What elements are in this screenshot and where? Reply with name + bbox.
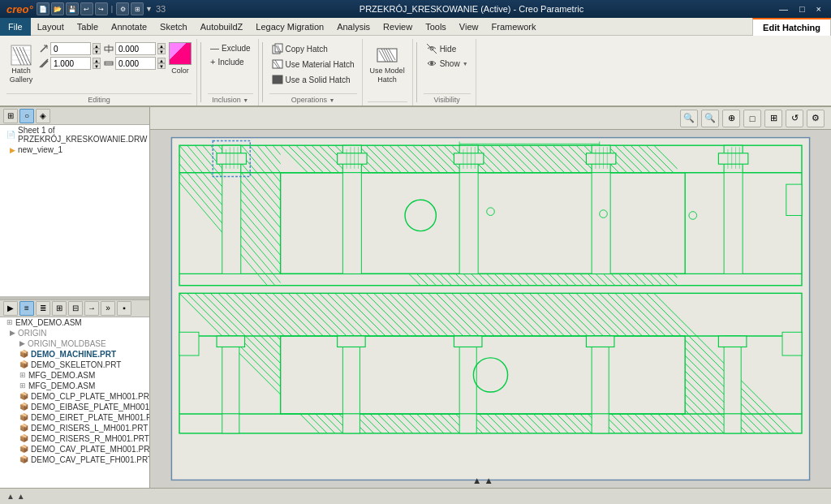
menu-analysis[interactable]: Analysis (330, 18, 377, 36)
menu-framework[interactable]: Framework (485, 18, 543, 36)
tree-origin-moldbase[interactable]: ▶ ORIGIN_MOLDBASE (0, 338, 149, 349)
view-normal-btn[interactable]: □ (743, 110, 761, 127)
copy-hatch-btn[interactable]: Copy Hatch (269, 42, 357, 55)
open-btn[interactable]: 📂 (51, 2, 64, 15)
xo-down[interactable]: ▼ (157, 49, 166, 54)
yo-up[interactable]: ▲ (157, 58, 166, 63)
svg-rect-194 (342, 336, 360, 414)
menu-annotate[interactable]: Annotate (105, 18, 153, 36)
zoom-out-btn[interactable]: 🔍 (701, 110, 719, 127)
angle-up[interactable]: ▲ (93, 43, 101, 49)
save-btn[interactable]: 💾 (66, 2, 79, 15)
menu-table[interactable]: Table (71, 18, 105, 36)
menu-view[interactable]: View (453, 18, 485, 36)
tree-demo-machine[interactable]: 📦 DEMO_MACHINE.PRT (0, 349, 149, 360)
x-offset-spinner[interactable]: ▲ ▼ (157, 43, 166, 54)
close-btn[interactable]: × (813, 4, 825, 14)
tree-cav-fh[interactable]: 📦 DEMO_CAV_PLATE_FH001.PRT (0, 454, 149, 465)
use-material-btn[interactable]: Use Material Hatch (269, 58, 357, 71)
hatch-gallery-icon (10, 44, 32, 67)
sidebar-tool-3[interactable]: ◈ (36, 109, 50, 123)
view-grid-btn[interactable]: ⊞ (764, 110, 782, 127)
bt7[interactable]: » (101, 301, 115, 316)
tree-risers-r[interactable]: 📦 DEMO_RISERS_R_MH001.PRT (0, 433, 149, 444)
redo-btn[interactable]: ↪ (95, 2, 108, 15)
hide-btn[interactable]: Hide (424, 42, 471, 55)
spacing-down[interactable]: ▼ (93, 63, 101, 69)
exclude-btn[interactable]: — Exclude (208, 42, 253, 54)
drawing-canvas[interactable]: ▲ ▲ (150, 130, 831, 488)
asm-text: EMX_DEMO.ASM (15, 318, 82, 327)
menu-file[interactable]: File (0, 18, 31, 36)
use-model-hatch-btn[interactable]: Use ModelHatch (368, 42, 407, 86)
solid-hatch-btn[interactable]: Use a Solid Hatch (269, 73, 357, 86)
settings-btn[interactable]: ⚙ (807, 110, 825, 127)
bt1[interactable]: ▶ (3, 301, 18, 316)
tree-sheet-label[interactable]: 📄 Sheet 1 of PRZEKRÓJ_KRESKOWANIE.DRW (0, 125, 149, 144)
bt5[interactable]: ⊟ (68, 301, 83, 316)
menu-autobuildz[interactable]: AutobuildZ (194, 18, 250, 36)
menu-review[interactable]: Review (377, 18, 419, 36)
tree-origin[interactable]: ▶ ORIGIN (0, 328, 149, 338)
include-btn[interactable]: + Include (208, 56, 253, 67)
tree-skeleton[interactable]: 📦 DEMO_SKELETON.PRT (0, 360, 149, 370)
rotate-btn[interactable]: ↺ (786, 110, 803, 127)
sidebar-tool-2[interactable]: ○ (19, 109, 34, 123)
menu-legacy[interactable]: Legacy Migration (249, 18, 330, 36)
bt2[interactable]: ≡ (19, 301, 34, 316)
yo-down[interactable]: ▼ (157, 63, 166, 69)
bt4[interactable]: ⊞ (52, 301, 67, 316)
menu-layout[interactable]: Layout (31, 18, 71, 36)
bt6[interactable]: → (84, 301, 99, 316)
zoom-fit-btn[interactable]: ⊕ (722, 110, 740, 127)
angle-input[interactable] (50, 42, 91, 55)
x-offset-input[interactable] (115, 42, 156, 55)
toolbar-btn1[interactable]: ⚙ (116, 2, 129, 15)
ribbon-group-gallery: HatchGallery ▲ ▼ ▲ ▼ (3, 39, 197, 106)
maximize-btn[interactable]: □ (796, 4, 808, 14)
zoom-in-btn[interactable]: 🔍 (680, 110, 698, 127)
clp-icon: 📦 (19, 392, 28, 400)
color-swatch[interactable] (169, 42, 192, 65)
ribbon-group-visibility: Hide Show ▼ Visibility (420, 39, 476, 106)
show-btn[interactable]: Show ▼ (424, 57, 471, 70)
mfg2-icon: ⊞ (19, 381, 26, 390)
cav-fh-text: DEMO_CAV_PLATE_FH001.PRT (31, 455, 149, 464)
y-offset-input[interactable] (115, 57, 156, 70)
undo-btn[interactable]: ↩ (80, 2, 93, 15)
spacing-up[interactable]: ▲ (93, 58, 101, 63)
angle-down[interactable]: ▼ (93, 49, 101, 54)
tree-clp[interactable]: 📦 DEMO_CLP_PLATE_MH001.PRT (0, 391, 149, 402)
menu-sketch[interactable]: Sketch (153, 18, 194, 36)
tree-asm-root[interactable]: ⊞ EMX_DEMO.ASM (0, 317, 149, 328)
new-btn[interactable]: 📄 (37, 2, 50, 15)
tree-view-icon: ▶ (10, 146, 15, 154)
tree-eibase[interactable]: 📦 DEMO_EIBASE_PLATE_MH001.PRT (0, 402, 149, 412)
tree-view-item[interactable]: ▶ new_view_1 (0, 144, 149, 155)
svg-rect-205 (459, 414, 476, 433)
xo-up[interactable]: ▲ (157, 43, 166, 49)
tree-risers-l[interactable]: 📦 DEMO_RISERS_L_MH001.PRT (0, 423, 149, 433)
y-offset-spinner[interactable]: ▲ ▼ (157, 58, 166, 69)
minimize-btn[interactable]: — (776, 4, 791, 14)
menu-tools[interactable]: Tools (419, 18, 453, 36)
tree-sheet-icon: 📄 (6, 131, 15, 139)
bt3[interactable]: ≣ (36, 301, 50, 316)
angle-spinner[interactable]: ▲ ▼ (93, 43, 101, 54)
spacing-spinner[interactable]: ▲ ▼ (93, 58, 101, 69)
spacing-input[interactable] (50, 57, 91, 70)
tab-edit-hatching[interactable]: Edit Hatching (752, 18, 831, 36)
tree-eiret[interactable]: 📦 DEMO_EIRET_PLATE_MH001.PRT (0, 412, 149, 423)
risers-l-text: DEMO_RISERS_L_MH001.PRT (31, 424, 148, 433)
svg-rect-201 (718, 336, 747, 347)
tree-cav-plate[interactable]: 📦 DEMO_CAV_PLATE_MH001.PRT (0, 444, 149, 454)
toolbar-btn2[interactable]: ⊞ (131, 2, 144, 15)
hatch-gallery-btn[interactable]: HatchGallery (6, 42, 36, 86)
sidebar-tool-1[interactable]: ⊞ (3, 109, 18, 123)
app-logo: creo° 📄 📂 💾 ↩ ↪ | ⚙ ⊞ ▼ 33 (6, 2, 167, 15)
tree-mfg1[interactable]: ⊞ MFG_DEMO.ASM (0, 370, 149, 381)
use-material-label: Use Material Hatch (286, 60, 355, 69)
bt8[interactable]: ▪ (117, 301, 131, 316)
tree-mfg2[interactable]: ⊞ MFG_DEMO.ASM (0, 381, 149, 391)
sep3 (416, 42, 417, 102)
